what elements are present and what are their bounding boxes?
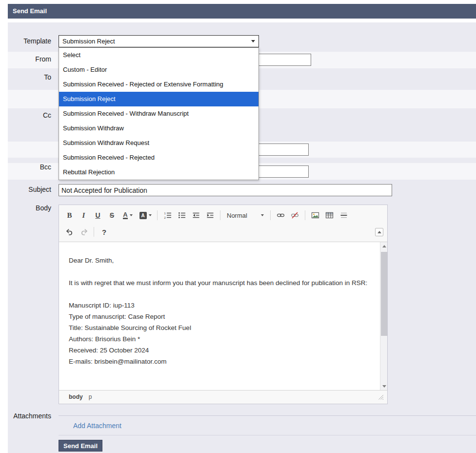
element-path-body[interactable]: body — [69, 393, 83, 400]
background-color-button[interactable]: A — [137, 209, 154, 222]
template-select-value: Submission Reject — [62, 38, 251, 45]
page-title: Send Email — [13, 7, 47, 15]
numbered-list-button[interactable]: 1 2 — [161, 209, 174, 222]
send-email-button[interactable]: Send Email — [59, 440, 102, 452]
template-label: Template — [0, 37, 51, 45]
template-option[interactable]: Submission Received - Rejected or Extens… — [59, 77, 258, 92]
template-select[interactable]: Submission Reject — [59, 35, 259, 47]
to-label: To — [0, 73, 51, 81]
attachments-section: Add Attachment — [59, 415, 476, 435]
paragraph-format-select[interactable]: Normal — [224, 209, 267, 222]
decrease-indent-button[interactable] — [189, 209, 202, 222]
italic-button[interactable]: I — [77, 209, 90, 222]
page: Send Email Template From To Cc Bcc Subje… — [0, 0, 476, 453]
chevron-up-icon — [377, 231, 381, 233]
subject-label: Subject — [0, 185, 51, 193]
increase-indent-icon — [206, 211, 214, 219]
template-option[interactable]: Custom - Editor — [59, 62, 258, 77]
horizontal-rule-icon — [340, 211, 348, 219]
template-option[interactable]: Submission Received - Withdraw Manuscrip… — [59, 106, 258, 121]
strikethrough-icon: S — [110, 211, 114, 219]
editor-body-content: Dear Dr. Smith,It is with regret that we… — [59, 242, 380, 390]
horizontal-rule-button[interactable] — [337, 209, 350, 222]
paragraph-format-value: Normal — [227, 212, 259, 219]
scroll-down-button[interactable] — [380, 382, 387, 390]
chevron-down-icon — [130, 214, 133, 216]
chevron-down-icon — [149, 214, 152, 216]
toolbar-separator — [220, 210, 220, 220]
body-label: Body — [0, 204, 51, 212]
body-paragraph: It is with regret that we must inform yo… — [69, 277, 376, 288]
bcc-label: Bcc — [0, 163, 51, 171]
increase-indent-button[interactable] — [203, 209, 217, 222]
template-option[interactable]: Submission Received - Rejected — [59, 150, 258, 165]
header-bar: Send Email — [8, 4, 476, 19]
redo-icon — [80, 228, 88, 236]
table-button[interactable] — [323, 209, 336, 222]
image-button[interactable] — [309, 209, 322, 222]
table-icon — [325, 211, 334, 219]
help-icon: ? — [102, 228, 106, 236]
template-dropdown-list: SelectCustom - EditorSubmission Received… — [59, 47, 259, 180]
toolbar-row-1: B I U S A A 1 2 — [63, 207, 383, 224]
background-color-icon: A — [139, 212, 147, 219]
template-option[interactable]: Rebuttal Rejection — [59, 165, 258, 180]
underline-icon: U — [95, 211, 100, 219]
resize-grip[interactable] — [378, 394, 383, 400]
text-color-button[interactable]: A — [119, 209, 136, 222]
triangle-up-icon — [382, 245, 386, 247]
toolbar-separator — [305, 210, 305, 220]
bold-button[interactable]: B — [63, 209, 76, 222]
chevron-down-icon — [261, 214, 264, 216]
chevron-down-icon — [251, 40, 255, 42]
scroll-up-button[interactable] — [380, 242, 387, 250]
body-paragraph: Dear Dr. Smith, — [69, 255, 376, 266]
toolbar-separator — [270, 210, 271, 220]
body-editor: B I U S A A 1 2 — [59, 205, 388, 404]
toolbar-separator — [157, 210, 158, 220]
template-option[interactable]: Select — [59, 48, 258, 62]
svg-text:2: 2 — [164, 216, 166, 219]
template-option[interactable]: Submission Withdraw Request — [59, 136, 258, 150]
toolbar-separator — [94, 227, 94, 237]
strikethrough-button[interactable]: S — [105, 209, 119, 222]
subject-input[interactable] — [59, 184, 392, 196]
underline-button[interactable]: U — [91, 209, 104, 222]
editor-status-bar: body p — [59, 390, 387, 403]
unlink-icon — [291, 211, 299, 219]
decrease-indent-icon — [192, 211, 200, 219]
body-paragraph: Manuscript ID: iup-113Type of manuscript… — [69, 300, 376, 367]
from-label: From — [0, 55, 51, 63]
editor-toolbar: B I U S A A 1 2 — [59, 205, 387, 242]
triangle-down-icon — [382, 385, 386, 388]
redo-button[interactable] — [77, 226, 90, 238]
scroll-thumb[interactable] — [381, 252, 387, 336]
bullet-list-icon — [178, 211, 186, 219]
undo-button[interactable] — [63, 226, 76, 238]
bullet-list-button[interactable] — [175, 209, 188, 222]
cc-label: Cc — [0, 111, 51, 119]
italic-icon: I — [82, 211, 85, 220]
toolbar-collapse-button[interactable] — [375, 228, 383, 236]
bold-icon: B — [67, 211, 72, 220]
attachments-label: Attachments — [0, 412, 51, 420]
add-attachment-link[interactable]: Add Attachment — [73, 422, 121, 430]
undo-icon — [66, 228, 74, 236]
svg-text:1: 1 — [164, 212, 166, 215]
link-button[interactable] — [274, 209, 287, 222]
text-color-icon: A — [123, 211, 127, 219]
toolbar-row-2: ? — [63, 224, 383, 240]
image-icon — [311, 211, 319, 219]
template-option[interactable]: Submission Reject — [59, 92, 258, 106]
unlink-button[interactable] — [288, 209, 301, 222]
editor-scrollbar[interactable] — [380, 242, 387, 390]
numbered-list-icon: 1 2 — [164, 211, 172, 219]
help-button[interactable]: ? — [98, 226, 111, 238]
editor-content[interactable]: Dear Dr. Smith,It is with regret that we… — [59, 242, 387, 390]
element-path-p[interactable]: p — [89, 393, 92, 400]
template-option[interactable]: Submission Withdraw — [59, 121, 258, 136]
link-icon — [277, 211, 285, 219]
